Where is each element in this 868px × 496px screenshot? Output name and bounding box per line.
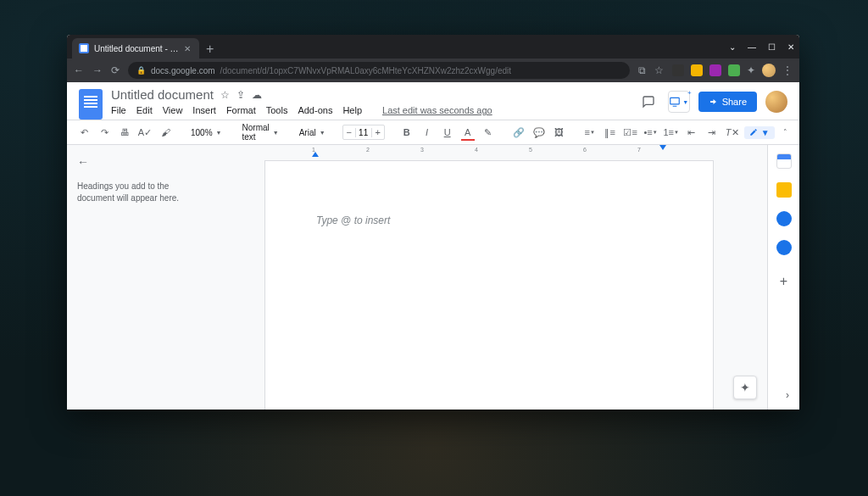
present-button[interactable]: + ▼: [668, 91, 690, 113]
share-button[interactable]: Share: [698, 92, 757, 112]
undo-icon[interactable]: ↶: [75, 124, 92, 141]
chevron-down-icon[interactable]: ⌄: [729, 42, 736, 52]
url-field[interactable]: 🔒 docs.google.com/document/d/1opxC7WNvxV…: [128, 62, 630, 79]
add-comment-icon[interactable]: 💬: [531, 124, 548, 141]
editing-mode-button[interactable]: ▼: [744, 126, 775, 139]
menu-tools[interactable]: Tools: [266, 105, 288, 115]
zoom-value: 100%: [191, 128, 213, 137]
indent-decrease-icon[interactable]: ⇤: [683, 124, 700, 141]
highlight-icon[interactable]: ✎: [480, 124, 497, 141]
document-title[interactable]: Untitled document: [111, 87, 214, 102]
menu-addons[interactable]: Add-ons: [298, 105, 332, 115]
reload-icon[interactable]: ⟳: [111, 64, 120, 76]
browser-menu-icon[interactable]: ⋮: [782, 64, 793, 76]
close-tab-icon[interactable]: ✕: [184, 44, 191, 53]
checklist-icon[interactable]: ☑≡: [622, 124, 639, 141]
bullet-list-icon[interactable]: •≡▼: [643, 124, 659, 141]
browser-profile-avatar[interactable]: [762, 64, 776, 77]
extension-icon[interactable]: [672, 64, 684, 76]
docs-title-area: Untitled document ☆ ⇪ ☁ File Edit View I…: [111, 87, 629, 115]
font-select[interactable]: Arial▼: [296, 128, 329, 137]
back-icon[interactable]: ←: [74, 64, 84, 76]
paint-format-icon[interactable]: 🖌: [157, 124, 174, 141]
install-app-icon[interactable]: ⧉: [638, 64, 646, 76]
side-panel-toggle-icon[interactable]: ›: [786, 389, 789, 401]
menu-format[interactable]: Format: [226, 105, 256, 115]
line-spacing-icon[interactable]: ‖≡: [602, 124, 619, 141]
underline-icon[interactable]: U: [439, 124, 456, 141]
document-placeholder: Type @ to insert: [316, 215, 390, 226]
browser-tab[interactable]: Untitled document - Google Doc ✕: [72, 38, 199, 59]
formatting-toolbar: ↶ ↷ 🖶 A✓ 🖌 100%▼ Normal text▼ Arial▼ − 1…: [67, 120, 799, 145]
last-edit-link[interactable]: Last edit was seconds ago: [382, 105, 492, 115]
docs-logo-icon[interactable]: [79, 89, 103, 120]
redo-icon[interactable]: ↷: [96, 124, 113, 141]
side-panel: +: [767, 145, 799, 410]
header-right: + ▼ Share: [637, 91, 787, 113]
extension-icon[interactable]: [728, 64, 740, 76]
menu-view[interactable]: View: [163, 105, 183, 115]
explore-fab[interactable]: ✦: [733, 376, 757, 399]
docs-header: Untitled document ☆ ⇪ ☁ File Edit View I…: [67, 82, 799, 120]
svg-rect-0: [670, 98, 680, 104]
style-select[interactable]: Normal text▼: [239, 123, 282, 142]
outline-back-icon[interactable]: ←: [77, 155, 201, 169]
italic-icon[interactable]: I: [419, 124, 436, 141]
ruler-tick: 1: [312, 147, 315, 153]
maximize-icon[interactable]: ☐: [768, 42, 776, 52]
browser-url-bar: ← → ⟳ 🔒 docs.google.com/document/d/1opxC…: [67, 59, 799, 82]
align-icon[interactable]: ≡▼: [581, 124, 598, 141]
forward-icon[interactable]: →: [92, 64, 103, 76]
insert-image-icon[interactable]: 🖼: [551, 124, 568, 141]
extensions-puzzle-icon[interactable]: ✦: [747, 64, 755, 76]
account-avatar[interactable]: [765, 91, 787, 113]
horizontal-ruler[interactable]: 1 2 3 4 5 6 7: [211, 145, 767, 157]
comments-button[interactable]: [637, 91, 659, 113]
cloud-status-icon[interactable]: ☁: [252, 89, 262, 101]
text-color-icon[interactable]: A: [459, 124, 476, 141]
main-area: ← Headings you add to the document will …: [67, 145, 799, 410]
clear-format-icon[interactable]: T✕: [724, 124, 741, 141]
window-controls: ⌄ — ☐ ✕: [729, 35, 794, 59]
new-tab-button[interactable]: +: [199, 42, 220, 59]
print-icon[interactable]: 🖶: [116, 124, 133, 141]
font-value: Arial: [299, 128, 316, 137]
minimize-icon[interactable]: —: [748, 42, 756, 52]
move-icon[interactable]: ⇪: [236, 89, 245, 101]
ruler-tick: 2: [366, 147, 370, 153]
font-size-increase[interactable]: +: [372, 127, 384, 137]
insert-link-icon[interactable]: 🔗: [510, 124, 527, 141]
document-page[interactable]: Type @ to insert: [264, 160, 714, 410]
numbered-list-icon[interactable]: 1≡▼: [663, 124, 680, 141]
bold-icon[interactable]: B: [398, 124, 415, 141]
menu-bar: File Edit View Insert Format Tools Add-o…: [111, 105, 629, 115]
share-label: Share: [722, 97, 747, 107]
star-icon[interactable]: ☆: [220, 89, 230, 101]
menu-file[interactable]: File: [111, 105, 126, 115]
add-side-app-icon[interactable]: +: [780, 274, 787, 289]
menu-edit[interactable]: Edit: [136, 105, 153, 115]
ruler-tick: 4: [475, 147, 478, 153]
url-host: docs.google.com: [151, 66, 215, 75]
font-size-decrease[interactable]: −: [343, 127, 355, 137]
menu-help[interactable]: Help: [342, 105, 362, 115]
collapse-toolbar-icon[interactable]: ˄: [778, 128, 793, 137]
zoom-select[interactable]: 100%▼: [187, 128, 225, 137]
font-size-value[interactable]: 11: [355, 128, 372, 137]
docs-favicon: [79, 43, 89, 53]
tasks-app-icon[interactable]: [776, 211, 792, 226]
contacts-app-icon[interactable]: [776, 240, 792, 255]
spellcheck-icon[interactable]: A✓: [136, 124, 153, 141]
browser-tab-strip: Untitled document - Google Doc ✕ + ⌄ — ☐…: [67, 35, 799, 59]
right-margin-marker-icon[interactable]: [659, 145, 666, 150]
menu-insert[interactable]: Insert: [192, 105, 216, 115]
star-icon[interactable]: ☆: [654, 64, 664, 76]
extension-icon[interactable]: [709, 64, 721, 76]
extension-icon[interactable]: [691, 64, 703, 76]
calendar-app-icon[interactable]: [776, 153, 792, 169]
url-path: /document/d/1opxC7WNvxVpRMAL0axy6cMHteYc…: [220, 66, 511, 75]
close-window-icon[interactable]: ✕: [787, 42, 794, 52]
keep-app-icon[interactable]: [776, 182, 792, 198]
ruler-tick: 6: [583, 147, 587, 153]
indent-increase-icon[interactable]: ⇥: [704, 124, 721, 141]
